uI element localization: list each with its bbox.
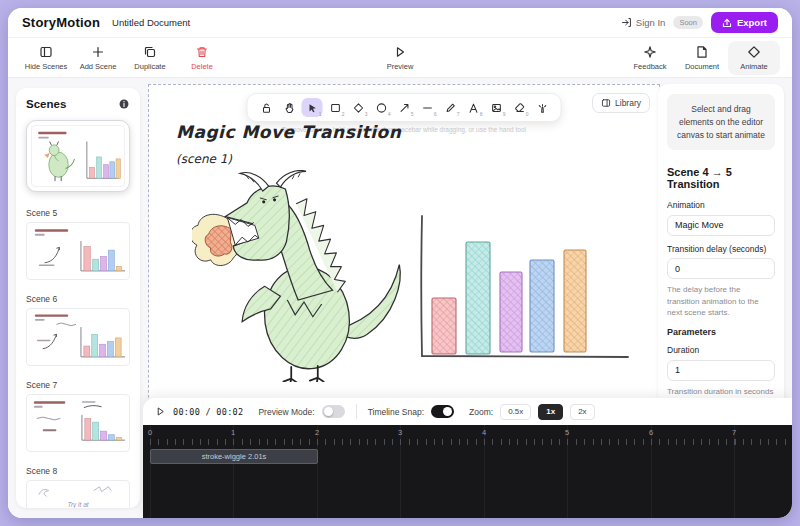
dragon-drawing[interactable]	[192, 170, 418, 382]
delay-input[interactable]	[667, 258, 775, 279]
main-toolbar: Hide Scenes Add Scene Duplicate Delete P…	[8, 38, 792, 78]
transition-heading: Scene 4 → 5 Transition	[667, 166, 775, 190]
trash-icon	[195, 45, 209, 59]
draw-tool[interactable]: 7	[440, 98, 461, 117]
timeline-zoom-0.5x[interactable]: 0.5x	[500, 404, 531, 420]
lock-tool[interactable]	[256, 98, 277, 117]
sign-in-icon	[621, 17, 632, 28]
feedback-button[interactable]: Feedback	[624, 45, 676, 71]
scene-thumbnail-selected[interactable]	[26, 120, 130, 192]
canvas-subtitle-text[interactable]: (scene 1)	[176, 152, 232, 166]
timeline-controls: 00:00 / 00:02 Preview Mode: Timeline Sna…	[143, 398, 792, 425]
canvas-tool-palette: 1 2 3 4 5 6 7 8 9 0	[247, 93, 562, 122]
app-window: StoryMotion Untitled Document Sign In So…	[8, 8, 792, 518]
pencil-icon	[444, 102, 456, 114]
export-button[interactable]: Export	[711, 12, 778, 33]
diamond-icon	[747, 45, 761, 59]
preview-mode-toggle[interactable]	[322, 405, 345, 418]
scene-item-6[interactable]: Scene 6	[26, 294, 130, 366]
scene-item-5[interactable]: Scene 5	[26, 208, 130, 280]
play-icon	[393, 45, 407, 59]
scene-item-8[interactable]: Scene 8 Try it at StoryMotion.video	[26, 466, 130, 508]
select-tool[interactable]: 1	[302, 98, 323, 117]
duplicate-button[interactable]: Duplicate	[124, 45, 176, 71]
app-logo: StoryMotion	[22, 15, 100, 30]
animation-select[interactable]	[667, 215, 775, 236]
rectangle-icon	[329, 102, 341, 114]
diamond-tool[interactable]: 3	[348, 98, 369, 117]
ruler-mark: 1	[231, 428, 235, 437]
scene8-label: Scene 8	[26, 466, 130, 476]
document-title[interactable]: Untitled Document	[112, 17, 190, 28]
document-button[interactable]: Document	[676, 45, 728, 71]
library-icon	[601, 98, 611, 108]
timeline-snap-toggle[interactable]	[431, 405, 454, 418]
ruler-mark: 4	[482, 428, 486, 437]
scene4-thumbnail-image	[32, 126, 124, 186]
rectangle-tool[interactable]: 2	[325, 98, 346, 117]
export-icon	[722, 18, 732, 28]
text-icon	[467, 102, 479, 114]
document-icon	[695, 45, 709, 59]
text-tool[interactable]: 8	[463, 98, 484, 117]
duration-input[interactable]	[667, 360, 775, 381]
duplicate-icon	[143, 45, 157, 59]
delay-label: Transition delay (seconds)	[667, 244, 775, 254]
header: StoryMotion Untitled Document Sign In So…	[8, 8, 792, 38]
ruler-ticks	[150, 439, 792, 445]
timeline-play-button[interactable]	[155, 406, 166, 417]
parameters-label: Parameters	[667, 327, 775, 337]
line-tool[interactable]: 6	[417, 98, 438, 117]
lock-icon	[260, 102, 272, 114]
hide-scenes-button[interactable]: Hide Scenes	[20, 45, 72, 71]
canvas-title-text[interactable]: Magic Move Transition	[176, 122, 401, 142]
controls-divider	[356, 404, 357, 419]
hand-icon	[283, 102, 295, 114]
scene8-promo-text: Try it at StoryMotion.video	[27, 501, 129, 508]
ruler-mark: 5	[565, 428, 569, 437]
ruler-mark: 0	[148, 428, 152, 437]
scenes-panel-title: Scenes	[26, 98, 66, 110]
soon-badge: Soon	[673, 16, 703, 29]
scene6-thumbnail-image	[27, 309, 129, 365]
ellipse-tool[interactable]: 4	[371, 98, 392, 117]
cursor-icon	[306, 102, 318, 114]
preview-mode-label: Preview Mode:	[258, 407, 314, 417]
time-display: 00:00 / 00:02	[173, 407, 243, 417]
ellipse-icon	[375, 102, 387, 114]
laser-tool[interactable]	[532, 98, 553, 117]
ruler-mark: 6	[649, 428, 653, 437]
animation-track-bar[interactable]: stroke-wiggle 2.01s	[150, 449, 318, 464]
library-button[interactable]: Library	[592, 93, 650, 113]
scene5-label: Scene 5	[26, 208, 130, 218]
scene5-thumbnail-image	[27, 223, 129, 279]
diamond-shape-icon	[352, 102, 364, 114]
preview-button[interactable]: Preview	[374, 45, 426, 71]
delete-button[interactable]: Delete	[176, 45, 228, 71]
scene-item-7[interactable]: Scene 7	[26, 380, 130, 452]
panel-icon	[39, 45, 53, 59]
sparkle-icon	[643, 45, 657, 59]
animation-label: Animation	[667, 200, 775, 210]
animate-button[interactable]: Animate	[728, 41, 780, 75]
arrow-tool[interactable]: 5	[394, 98, 415, 117]
panel-hint: Select and drag elements on the editor c…	[667, 94, 775, 150]
timeline-zoom-label: Zoom:	[469, 407, 493, 417]
timeline-zoom-1x[interactable]: 1x	[538, 404, 563, 420]
image-tool[interactable]: 9	[486, 98, 507, 117]
eraser-icon	[513, 102, 525, 114]
info-icon[interactable]	[118, 98, 130, 110]
scene7-thumbnail-image	[27, 395, 129, 451]
arrow-icon	[398, 102, 410, 114]
timeline-track-area[interactable]: 0 1 2 3 4 5 6 7 stroke-wiggle 2.01s	[143, 425, 792, 518]
sign-in-button[interactable]: Sign In	[621, 17, 666, 28]
timeline-snap-label: Timeline Snap:	[368, 407, 424, 417]
add-scene-button[interactable]: Add Scene	[72, 45, 124, 71]
plus-icon	[91, 45, 105, 59]
line-icon	[421, 102, 433, 114]
timeline-zoom-2x[interactable]: 2x	[570, 404, 594, 420]
duration-help-text: Transition duration in seconds	[667, 386, 775, 398]
eraser-tool[interactable]: 0	[509, 98, 530, 117]
hand-tool[interactable]	[279, 98, 300, 117]
bar-chart-drawing[interactable]	[406, 208, 636, 370]
